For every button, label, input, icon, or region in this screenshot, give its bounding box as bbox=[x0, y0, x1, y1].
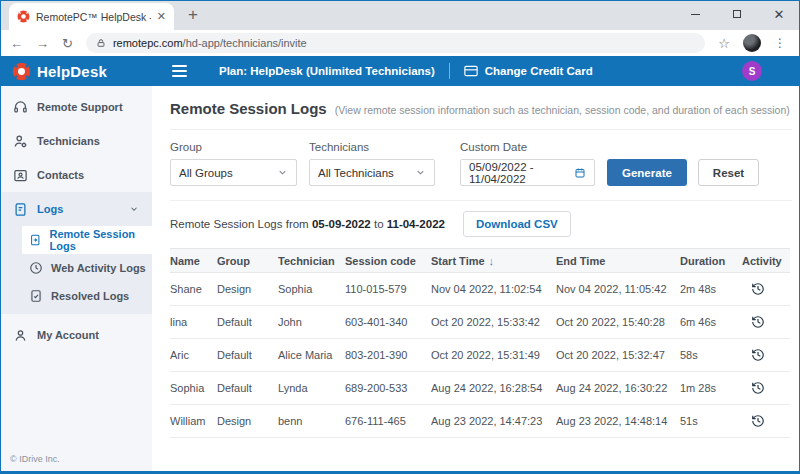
cell-end-time: Oct 20 2022, 15:32:47 bbox=[556, 349, 680, 361]
activity-history-icon[interactable] bbox=[751, 348, 765, 362]
activity-history-icon[interactable] bbox=[751, 381, 765, 395]
table-header-row: Name Group Technician Session code Start… bbox=[170, 248, 790, 273]
url-path: /hd-app/technicians/invite bbox=[183, 37, 307, 49]
cell-start-time: Aug 24 2022, 16:28:54 bbox=[431, 382, 556, 394]
calendar-icon bbox=[574, 167, 586, 179]
filters-bar: Group All Groups Technicians All Technic… bbox=[170, 130, 792, 201]
restore-button[interactable] bbox=[716, 1, 758, 27]
new-tab-button[interactable]: + bbox=[188, 5, 198, 25]
group-filter: Group All Groups bbox=[170, 141, 309, 186]
sidebar-item-technicians[interactable]: Technicians bbox=[0, 124, 152, 158]
contact-card-icon bbox=[13, 168, 28, 183]
cell-session-code: 603-401-340 bbox=[345, 316, 431, 328]
hamburger-menu-icon[interactable] bbox=[172, 65, 187, 77]
table-row: Shane Design Sophia 110-015-579 Nov 04 2… bbox=[170, 273, 790, 306]
app-header: HelpDesk Plan: HelpDesk (Unlimited Techn… bbox=[0, 56, 800, 86]
chevron-up-icon bbox=[129, 204, 139, 214]
sidebar-item-resolved-logs[interactable]: Resolved Logs bbox=[0, 282, 152, 310]
cell-start-time: Oct 20 2022, 15:33:42 bbox=[431, 316, 556, 328]
cell-name: Sophia bbox=[170, 382, 217, 394]
col-header-start-time[interactable]: Start Time↓ bbox=[431, 255, 556, 267]
to-date: 11-04-2022 bbox=[387, 218, 445, 230]
copyright-footer: © IDrive Inc. bbox=[10, 454, 60, 464]
brand-name: HelpDesk bbox=[37, 63, 107, 80]
group-dropdown[interactable]: All Groups bbox=[170, 159, 297, 186]
sidebar-item-remote-session-logs[interactable]: Remote Session Logs bbox=[22, 226, 152, 254]
chevron-down-icon bbox=[277, 167, 288, 178]
chevron-down-icon bbox=[415, 167, 426, 178]
cell-session-code: 110-015-579 bbox=[345, 283, 431, 295]
browser-menu-icon[interactable]: ⋮ bbox=[774, 36, 786, 50]
table-row: lina Default John 603-401-340 Oct 20 202… bbox=[170, 306, 790, 339]
activity-history-icon[interactable] bbox=[751, 414, 765, 428]
cell-name: Aric bbox=[170, 349, 217, 361]
col-header-group[interactable]: Group bbox=[217, 255, 278, 267]
reload-icon[interactable]: ↻ bbox=[62, 37, 73, 50]
cell-name: lina bbox=[170, 316, 217, 328]
back-icon[interactable]: ← bbox=[10, 37, 23, 50]
cell-technician: John bbox=[278, 316, 345, 328]
col-header-end-time[interactable]: End Time bbox=[556, 255, 680, 267]
col-header-activity[interactable]: Activity bbox=[742, 255, 790, 267]
col-header-technician[interactable]: Technician bbox=[278, 255, 345, 267]
cell-session-code: 803-201-390 bbox=[345, 349, 431, 361]
plan-label: Plan: HelpDesk (Unlimited Technicians) bbox=[219, 65, 435, 77]
favicon-lifebuoy-icon bbox=[17, 10, 30, 23]
cell-duration: 51s bbox=[680, 415, 742, 427]
cell-session-code: 676-111-465 bbox=[345, 415, 431, 427]
cell-group: Design bbox=[217, 415, 278, 427]
activity-history-icon[interactable] bbox=[751, 282, 765, 296]
download-csv-button[interactable]: Download CSV bbox=[463, 211, 571, 237]
browser-profile-avatar[interactable] bbox=[743, 34, 761, 52]
cell-technician: benn bbox=[278, 415, 345, 427]
cell-group: Design bbox=[217, 283, 278, 295]
cell-name: Shane bbox=[170, 283, 217, 295]
sidebar-item-my-account[interactable]: My Account bbox=[0, 318, 152, 352]
cell-duration: 6m 46s bbox=[680, 316, 742, 328]
technicians-filter: Technicians All Technicians bbox=[309, 141, 460, 186]
browser-tab[interactable]: RemotePC™ HelpDesk - Remote ✕ bbox=[9, 3, 174, 30]
table-row: Aric Default Alice Maria 803-201-390 Oct… bbox=[170, 339, 790, 372]
group-label: Group bbox=[170, 141, 309, 153]
technicians-dropdown[interactable]: All Technicians bbox=[309, 159, 435, 186]
col-header-session-code[interactable]: Session code bbox=[345, 255, 431, 267]
activity-history-icon[interactable] bbox=[751, 315, 765, 329]
sidebar-item-contacts[interactable]: Contacts bbox=[0, 158, 152, 192]
sidebar-item-remote-support[interactable]: Remote Support bbox=[0, 90, 152, 124]
generate-button[interactable]: Generate bbox=[607, 159, 687, 186]
forward-icon[interactable]: → bbox=[36, 37, 49, 50]
close-button[interactable]: ✕ bbox=[758, 1, 800, 27]
page-subtitle: (View remote session information such as… bbox=[335, 104, 790, 116]
reset-button[interactable]: Reset bbox=[698, 159, 759, 186]
sidebar-item-logs[interactable]: Logs bbox=[0, 192, 152, 226]
cell-start-time: Aug 23 2022, 14:47:23 bbox=[431, 415, 556, 427]
change-credit-card-link[interactable]: Change Credit Card bbox=[464, 65, 593, 77]
change-credit-card-label: Change Credit Card bbox=[485, 65, 593, 77]
sidebar-label: Web Activity Logs bbox=[51, 262, 146, 274]
headset-icon bbox=[13, 100, 28, 115]
col-header-duration[interactable]: Duration bbox=[680, 255, 742, 267]
url-field[interactable]: remotepc.com/hd-app/technicians/invite bbox=[86, 33, 705, 53]
cell-technician: Sophia bbox=[278, 283, 345, 295]
session-logs-table: Name Group Technician Session code Start… bbox=[170, 248, 790, 438]
custom-date-label: Custom Date bbox=[460, 141, 607, 153]
date-range-input[interactable]: 05/09/2022 - 11/04/2022 bbox=[460, 159, 595, 186]
cell-group: Default bbox=[217, 349, 278, 361]
tab-close-icon[interactable]: ✕ bbox=[157, 11, 166, 22]
cell-start-time: Oct 20 2022, 15:31:49 bbox=[431, 349, 556, 361]
browser-tab-bar: RemotePC™ HelpDesk - Remote ✕ + ✕ bbox=[0, 0, 800, 30]
summary-bar: Remote Session Logs from 05-09-2022 to 1… bbox=[170, 201, 792, 248]
sidebar-item-web-activity-logs[interactable]: Web Activity Logs bbox=[0, 254, 152, 282]
helpdesk-logo[interactable]: HelpDesk bbox=[12, 62, 154, 81]
lifebuoy-logo-icon bbox=[12, 62, 31, 81]
minimize-button[interactable] bbox=[674, 1, 716, 27]
bookmark-star-icon[interactable]: ☆ bbox=[718, 36, 730, 51]
table-row: William Design benn 676-111-465 Aug 23 2… bbox=[170, 405, 790, 438]
cell-name: William bbox=[170, 415, 217, 427]
header-divider bbox=[449, 63, 450, 79]
user-avatar[interactable]: S bbox=[742, 61, 762, 81]
sidebar-label: Technicians bbox=[37, 135, 100, 147]
cell-session-code: 689-200-533 bbox=[345, 382, 431, 394]
logs-document-icon bbox=[13, 202, 28, 217]
col-header-name[interactable]: Name bbox=[170, 255, 217, 267]
